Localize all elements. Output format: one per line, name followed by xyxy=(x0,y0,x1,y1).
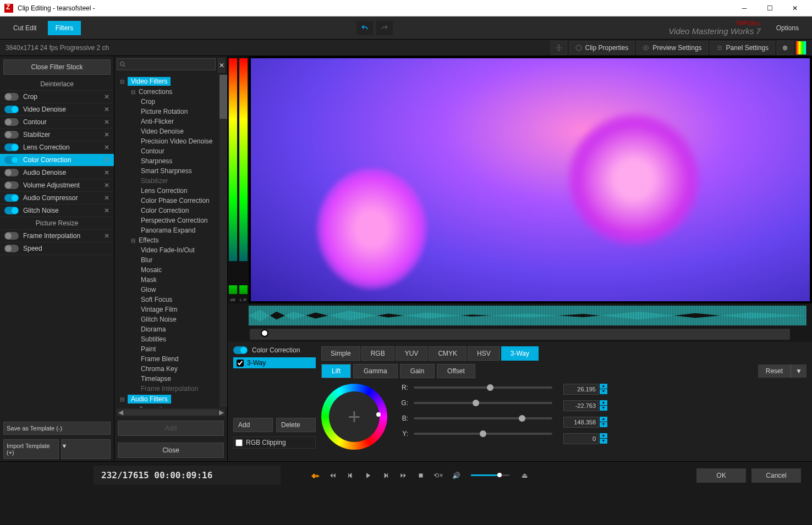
tree-item[interactable]: Crop xyxy=(114,97,227,107)
loop-button[interactable]: ⟲× xyxy=(431,468,446,483)
rgb-clipping-checkbox[interactable] xyxy=(235,439,243,446)
cc-subtab-gain[interactable]: Gain xyxy=(400,364,435,378)
filter-remove-icon[interactable]: ✕ xyxy=(104,169,109,176)
import-template-button[interactable]: Import Template (+) xyxy=(3,439,59,459)
filter-remove-icon[interactable]: ✕ xyxy=(104,156,109,164)
tree-item[interactable]: Mask xyxy=(114,275,227,285)
cc-3way-checkbox[interactable] xyxy=(237,360,244,367)
value-r[interactable]: 26.195 xyxy=(563,384,599,395)
filter-toggle[interactable] xyxy=(4,118,19,126)
filters-button[interactable]: Filters xyxy=(48,21,81,35)
cc-tab-rgb[interactable]: RGB xyxy=(361,346,394,361)
cancel-button[interactable]: Cancel xyxy=(751,468,801,483)
filter-remove-icon[interactable]: ✕ xyxy=(104,93,109,101)
filter-item-video-denoise[interactable]: Video Denoise✕ xyxy=(0,103,114,116)
filter-toggle[interactable] xyxy=(4,169,19,176)
filter-remove-icon[interactable]: ✕ xyxy=(104,194,109,202)
tree-item[interactable]: Blur xyxy=(114,255,227,265)
tree-item[interactable]: Timelapse xyxy=(114,374,227,384)
tree-item[interactable]: ⊟Corrections xyxy=(114,87,227,97)
cc-item-3way[interactable]: 3-Way xyxy=(233,357,316,368)
ok-button[interactable]: OK xyxy=(696,468,746,483)
play-button[interactable] xyxy=(361,468,375,483)
filter-toggle[interactable] xyxy=(4,232,19,240)
reset-dropdown[interactable]: ▼ xyxy=(791,364,806,378)
filter-item-contour[interactable]: Contour✕ xyxy=(0,116,114,129)
tree-item[interactable]: ⊟Audio Filters xyxy=(114,394,227,405)
volume-icon[interactable]: 🔊 xyxy=(449,468,463,483)
redo-button[interactable] xyxy=(376,21,393,35)
cc-tab-yuv[interactable]: YUV xyxy=(396,346,428,361)
volume-slider[interactable] xyxy=(471,474,509,476)
mark-in-button[interactable]: ◆▸ xyxy=(308,468,322,483)
tree-item[interactable]: Color Correction xyxy=(114,206,227,215)
cc-enable-toggle[interactable] xyxy=(233,346,248,354)
filter-item-stabilizer[interactable]: Stabilizer✕ xyxy=(0,129,114,141)
move-tool-icon[interactable] xyxy=(551,41,567,55)
tree-item[interactable]: Lens Correction xyxy=(114,186,227,196)
cc-tab-simple[interactable]: Simple xyxy=(321,346,360,361)
next-frame-button[interactable] xyxy=(396,468,410,483)
prev-frame-button[interactable] xyxy=(326,468,340,483)
cc-delete-button[interactable]: Delete xyxy=(276,418,316,432)
slider-g[interactable] xyxy=(414,402,552,404)
tree-item[interactable]: Anti-Flicker xyxy=(114,117,227,126)
tree-item[interactable]: Vintage Film xyxy=(114,305,227,314)
tree-item[interactable]: Video Fade-In/Out xyxy=(114,245,227,255)
cc-subtab-lift[interactable]: Lift xyxy=(321,364,351,378)
tree-item[interactable]: Chroma Key xyxy=(114,364,227,374)
add-panel-button[interactable]: ⊕ xyxy=(777,41,793,55)
tree-add-button[interactable]: Add xyxy=(118,421,224,436)
filter-toggle[interactable] xyxy=(4,156,19,164)
filter-remove-icon[interactable]: ✕ xyxy=(104,181,109,189)
filter-toggle[interactable] xyxy=(4,181,19,189)
timeline-scrubber[interactable] xyxy=(250,329,790,340)
preview-settings-button[interactable]: Preview Settings xyxy=(637,41,707,54)
spinner[interactable]: ▲▼ xyxy=(600,384,607,395)
filter-remove-icon[interactable]: ✕ xyxy=(104,232,109,240)
rgb-clipping-row[interactable]: RGB Clipping xyxy=(233,436,316,449)
minimize-button[interactable]: ─ xyxy=(732,0,757,16)
filter-toggle[interactable] xyxy=(4,131,19,139)
spinner[interactable]: ▲▼ xyxy=(600,417,607,428)
value-y[interactable]: 0 xyxy=(563,433,599,444)
tree-item[interactable]: Subtitles xyxy=(114,334,227,344)
step-fwd-button[interactable] xyxy=(378,468,393,483)
audio-waveform[interactable] xyxy=(249,306,806,325)
tree-item[interactable]: Color Phase Correction xyxy=(114,196,227,206)
filter-remove-icon[interactable]: ✕ xyxy=(104,143,109,151)
tree-item[interactable]: ⊟Corrections xyxy=(114,405,227,407)
cc-subtab-gamma[interactable]: Gamma xyxy=(353,364,398,378)
tree-item[interactable]: Precision Video Denoise xyxy=(114,136,227,146)
tree-item[interactable]: Stabilizer xyxy=(114,176,227,186)
tree-item[interactable]: Picture Rotation xyxy=(114,107,227,117)
filter-item-picture-resize[interactable]: Picture Resize xyxy=(0,217,114,230)
filter-item-audio-compressor[interactable]: Audio Compressor✕ xyxy=(0,192,114,205)
tree-item[interactable]: ⊟Video Filters xyxy=(114,76,227,87)
filter-item-speed[interactable]: Speed xyxy=(0,242,114,255)
undo-button[interactable] xyxy=(356,21,373,35)
filter-remove-icon[interactable]: ✕ xyxy=(104,207,109,214)
filter-toggle[interactable] xyxy=(4,93,19,101)
options-button[interactable]: Options xyxy=(769,21,806,35)
slider-b[interactable] xyxy=(414,417,552,419)
color-wheel[interactable]: + xyxy=(321,384,387,450)
import-template-dropdown[interactable]: ▼ xyxy=(61,439,111,459)
filter-toggle[interactable] xyxy=(4,194,19,202)
cc-tab-3-way[interactable]: 3-Way xyxy=(501,346,539,361)
tree-item[interactable]: Smart Sharpness xyxy=(114,166,227,176)
tree-item[interactable]: Perspective Correction xyxy=(114,215,227,225)
tree-item[interactable]: Glitch Noise xyxy=(114,314,227,324)
filter-toggle[interactable] xyxy=(4,143,19,151)
step-back-button[interactable] xyxy=(343,468,358,483)
save-template-button[interactable]: Save as Template (-) xyxy=(3,422,111,435)
filter-remove-icon[interactable]: ✕ xyxy=(104,131,109,139)
tree-item[interactable]: Frame Blend xyxy=(114,354,227,364)
tree-item[interactable]: Glow xyxy=(114,285,227,295)
tree-item[interactable]: Diorama xyxy=(114,324,227,334)
filter-toggle[interactable] xyxy=(4,207,19,214)
eject-button[interactable]: ⏏ xyxy=(517,468,531,483)
filter-search-input[interactable] xyxy=(117,58,216,70)
tree-item[interactable]: Video Denoise xyxy=(114,126,227,136)
filter-toggle[interactable] xyxy=(4,106,19,113)
